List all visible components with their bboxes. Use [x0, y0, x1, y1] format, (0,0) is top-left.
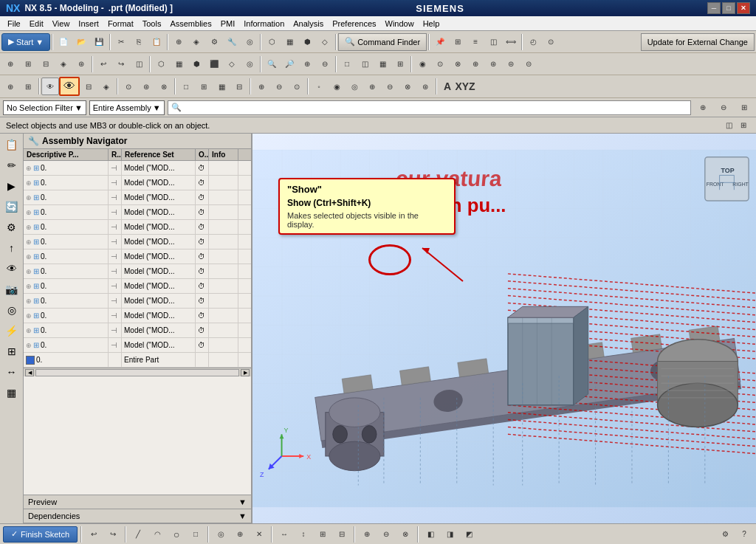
- table-row[interactable]: ⊕⊞0. ⊣ Model ("MOD... ⏱: [24, 323, 251, 338]
- menu-information[interactable]: Information: [239, 18, 289, 30]
- snap-btn[interactable]: 📌: [431, 33, 449, 51]
- menu-tools[interactable]: Tools: [138, 18, 166, 30]
- minimize-btn[interactable]: ─: [707, 2, 721, 14]
- r3-btn-24[interactable]: XYZ: [456, 78, 474, 95]
- r2-btn-19[interactable]: □: [338, 55, 356, 73]
- r3-btn-4[interactable]: ⊟: [80, 78, 97, 95]
- filter-btn-2[interactable]: ⊖: [715, 99, 732, 117]
- sidebar-view-icon[interactable]: 👁: [2, 259, 21, 278]
- r2-btn-14[interactable]: ◎: [241, 55, 258, 73]
- r2-btn-13[interactable]: ◇: [223, 55, 241, 73]
- bot-btn-15[interactable]: ⊕: [358, 526, 376, 543]
- sidebar-grid-icon[interactable]: ▦: [2, 383, 21, 402]
- bot-line-btn[interactable]: ╱: [129, 526, 147, 543]
- r2-btn-5[interactable]: ⊛: [72, 55, 90, 73]
- menu-view[interactable]: View: [48, 18, 75, 30]
- dependencies-item[interactable]: Dependencies ▼: [24, 509, 251, 523]
- menu-insert[interactable]: Insert: [74, 18, 103, 30]
- r2-btn-11[interactable]: ⬢: [188, 55, 205, 73]
- scroll-right-btn[interactable]: ▶: [241, 369, 250, 376]
- tb-btn-14[interactable]: ◴: [524, 33, 542, 51]
- bot-btn-11[interactable]: ↔: [275, 526, 293, 543]
- save-btn[interactable]: 💾: [90, 33, 108, 51]
- table-row[interactable]: ⊕⊞0. ⊣ Model ("MOD... ⏱: [24, 264, 251, 279]
- selection-filter-dropdown[interactable]: No Selection Filter ▼: [3, 100, 86, 115]
- r2-btn-28[interactable]: ⊜: [502, 55, 520, 73]
- r3-btn-6[interactable]: ⊙: [120, 78, 137, 95]
- copy-btn[interactable]: ⎘: [130, 33, 148, 51]
- r2-btn-27[interactable]: ⊛: [484, 55, 502, 73]
- sidebar-loop-icon[interactable]: 🔄: [2, 197, 21, 216]
- bot-settings-btn[interactable]: ⚙: [716, 526, 734, 543]
- close-btn[interactable]: ✕: [737, 2, 750, 14]
- r3-btn-5[interactable]: ◈: [97, 78, 115, 95]
- r3-btn-1[interactable]: ⊕: [1, 78, 19, 95]
- bot-btn-8[interactable]: ◎: [212, 526, 230, 543]
- r2-btn-12[interactable]: ⬛: [205, 55, 223, 73]
- hide-btn[interactable]: 👁: [41, 78, 59, 95]
- bot-btn-2[interactable]: ↪: [104, 526, 122, 543]
- sidebar-history-icon[interactable]: 📋: [2, 135, 21, 154]
- sidebar-settings-icon[interactable]: ⚡: [2, 321, 21, 340]
- bot-btn-17[interactable]: ⊗: [396, 526, 414, 543]
- bot-btn-16[interactable]: ⊖: [377, 526, 395, 543]
- r2-btn-24[interactable]: ⊙: [431, 55, 449, 73]
- table-row[interactable]: ⊕⊞0. ⊣ Model ("MOD... ⏱: [24, 190, 251, 205]
- sidebar-eye-icon[interactable]: ◎: [2, 300, 21, 320]
- menu-file[interactable]: File: [3, 18, 25, 30]
- table-row[interactable]: ⊕⊞0. ⊣ Model ("MOD... ⏱: [24, 235, 251, 249]
- r2-btn-10[interactable]: ▦: [170, 55, 188, 73]
- r3-btn-18[interactable]: ◎: [346, 78, 363, 95]
- r2-btn-23[interactable]: ◉: [413, 55, 431, 73]
- paste-btn[interactable]: 📋: [148, 33, 165, 51]
- preview-item[interactable]: Preview ▼: [24, 495, 251, 509]
- r3-btn-16[interactable]: ◦: [310, 78, 328, 95]
- viewport[interactable]: cur vatura curvas rojas tienen pu...: [252, 134, 756, 523]
- filter-btn-1[interactable]: ⊕: [694, 99, 712, 117]
- nav-scroll-container[interactable]: ⊕ ⊞ 0. ⊣ Model ("MOD... ⏱: [24, 161, 251, 368]
- sidebar-constraint-icon[interactable]: ⊞: [2, 342, 21, 361]
- r3-btn-19[interactable]: ⊕: [363, 78, 381, 95]
- tb-btn-7[interactable]: ▦: [281, 33, 298, 51]
- sidebar-gear-icon[interactable]: ⚙: [2, 218, 21, 237]
- menu-window[interactable]: Window: [381, 18, 419, 30]
- table-row[interactable]: ⊕⊞0. ⊣ Model ("MOD... ⏱: [24, 309, 251, 323]
- bot-btn-1[interactable]: ↩: [85, 526, 103, 543]
- bot-btn-19[interactable]: ◨: [441, 526, 458, 543]
- table-row[interactable]: ⊕⊞0. ⊣ Model ("MOD... ⏱: [24, 279, 251, 294]
- new-btn[interactable]: 📄: [55, 33, 72, 51]
- update-external-btn[interactable]: Update for External Change: [641, 33, 755, 51]
- table-row[interactable]: ⊕ ⊞ 0. ⊣ Model ("MOD... ⏱: [24, 176, 251, 190]
- status-btn-1[interactable]: ◫: [722, 119, 735, 132]
- bot-help-btn[interactable]: ?: [735, 526, 753, 543]
- r2-btn-4[interactable]: ◈: [55, 55, 72, 73]
- sidebar-play-icon[interactable]: ▶: [2, 176, 21, 196]
- bot-rect-btn[interactable]: □: [187, 526, 205, 543]
- r2-btn-6[interactable]: ↩: [94, 55, 112, 73]
- r2-btn-8[interactable]: ◫: [130, 55, 148, 73]
- show-btn[interactable]: 👁: [59, 77, 80, 96]
- tb-btn-6[interactable]: ⬡: [263, 33, 281, 51]
- r2-btn-29[interactable]: ⊝: [520, 55, 537, 73]
- filter-btn-3[interactable]: ⊞: [735, 99, 753, 117]
- r3-btn-15[interactable]: ⊙: [288, 78, 306, 95]
- r2-btn-3[interactable]: ⊟: [37, 55, 55, 73]
- row-checkbox[interactable]: [26, 356, 35, 365]
- table-row[interactable]: ⊕⊞0. ⊣ Model ("MOD... ⏱: [24, 294, 251, 309]
- r2-btn-9[interactable]: ⬡: [152, 55, 170, 73]
- r2-btn-15[interactable]: 🔍: [263, 55, 281, 73]
- r3-btn-13[interactable]: ⊕: [252, 78, 270, 95]
- bot-arc-btn[interactable]: ◠: [148, 526, 166, 543]
- status-btn-2[interactable]: ⊞: [737, 119, 750, 132]
- r3-btn-11[interactable]: ▦: [213, 78, 230, 95]
- bot-circle-btn[interactable]: ○: [168, 526, 185, 543]
- sidebar-sketch-icon[interactable]: ✏: [2, 156, 21, 175]
- table-row[interactable]: ⊕ ⊞ 0. ⊣ Model ("MOD... ⏱: [24, 161, 251, 176]
- r3-btn-22[interactable]: ⊛: [416, 78, 434, 95]
- sidebar-move-icon[interactable]: ↔: [2, 362, 21, 382]
- r3-btn-12[interactable]: ⊟: [230, 78, 248, 95]
- r2-btn-16[interactable]: 🔎: [281, 55, 298, 73]
- table-row[interactable]: ⊕⊞0. ⊣ Model ("MOD... ⏱: [24, 205, 251, 220]
- r2-btn-17[interactable]: ⊕: [298, 55, 316, 73]
- scroll-left-btn[interactable]: ◀: [25, 369, 34, 376]
